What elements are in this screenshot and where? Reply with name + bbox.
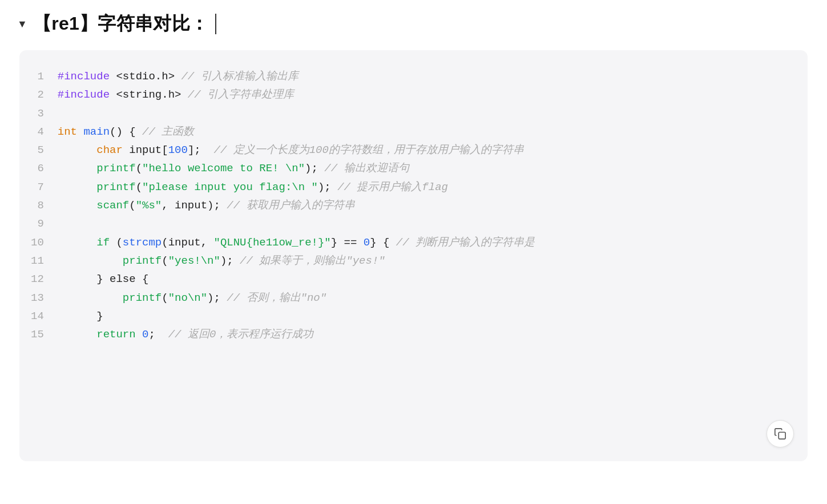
code-line-content: [58, 215, 796, 233]
code-token: // 定义一个长度为100的字符数组，用于存放用户输入的字符串: [214, 144, 524, 156]
code-token: "no\n": [168, 292, 207, 304]
svg-rect-0: [778, 432, 785, 439]
code-line-content: char input[100]; // 定义一个长度为100的字符数组，用于存放…: [58, 141, 796, 159]
table-row: 5 char input[100]; // 定义一个长度为100的字符数组，用于…: [31, 141, 796, 159]
code-token: // 主函数: [142, 126, 194, 138]
line-number: 1: [31, 67, 58, 86]
code-token: // 否则，输出"no": [227, 292, 326, 304]
table-row: 14 }: [31, 307, 796, 325]
code-token: // 引入字符串处理库: [188, 88, 294, 101]
code-token: } ==: [331, 236, 364, 249]
code-token: <stdio.h>: [110, 70, 181, 83]
code-token: () {: [110, 126, 142, 138]
code-token: // 如果等于，则输出"yes!": [240, 255, 385, 267]
line-number: 11: [31, 252, 58, 270]
code-line-content: [58, 104, 796, 123]
line-number: 8: [31, 196, 58, 215]
code-token: } {: [370, 236, 396, 249]
code-line-content: printf("hello welcome to RE! \n"); // 输出…: [58, 159, 796, 178]
code-line-content: #include <string.h> // 引入字符串处理库: [58, 86, 796, 104]
line-number: 6: [31, 159, 58, 178]
code-token: );: [318, 181, 337, 193]
code-token: int: [58, 126, 77, 138]
code-token: [136, 328, 142, 341]
title-cursor: [215, 14, 216, 34]
copy-button[interactable]: [767, 420, 794, 447]
collapse-arrow-icon[interactable]: ▼: [17, 18, 27, 30]
code-token: scanf: [96, 199, 129, 212]
code-token: // 返回0，表示程序运行成功: [168, 328, 314, 341]
code-line-content: printf("please input you flag:\n "); // …: [58, 178, 796, 196]
code-line-content: #include <stdio.h> // 引入标准输入输出库: [58, 67, 796, 86]
code-token: (: [162, 255, 168, 267]
code-line-content: }: [58, 307, 796, 325]
code-token: ];: [188, 144, 214, 156]
line-number: 4: [31, 123, 58, 141]
code-token: [58, 144, 96, 156]
table-row: 3: [31, 104, 796, 123]
code-block-wrapper: 1#include <stdio.h> // 引入标准输入输出库2#includ…: [19, 50, 808, 461]
table-row: 13 printf("no\n"); // 否则，输出"no": [31, 289, 796, 307]
code-token: ;: [148, 328, 168, 341]
table-row: 7 printf("please input you flag:\n "); /…: [31, 178, 796, 196]
code-token: (: [110, 236, 123, 249]
code-token: (: [129, 199, 135, 212]
table-row: 8 scanf("%s", input); // 获取用户输入的字符串: [31, 196, 796, 215]
line-number: 13: [31, 289, 58, 307]
code-token: main: [83, 126, 110, 138]
code-table: 1#include <stdio.h> // 引入标准输入输出库2#includ…: [31, 67, 796, 344]
line-number: 14: [31, 307, 58, 325]
code-line-content: return 0; // 返回0，表示程序运行成功: [58, 325, 796, 344]
code-token: }: [58, 310, 103, 322]
code-token: // 引入标准输入输出库: [181, 70, 298, 83]
table-row: 2#include <string.h> // 引入字符串处理库: [31, 86, 796, 104]
code-token: [58, 181, 96, 193]
code-line-content: if (strcmp(input, "QLNU{he11ow_re!}"} ==…: [58, 233, 796, 252]
code-token: );: [305, 162, 324, 175]
line-number: 10: [31, 233, 58, 252]
table-row: 10 if (strcmp(input, "QLNU{he11ow_re!}"}…: [31, 233, 796, 252]
code-token: }: [58, 273, 110, 285]
code-token: [58, 255, 123, 267]
code-token: #include: [58, 70, 110, 83]
line-number: 3: [31, 104, 58, 123]
code-token: "yes!\n": [168, 255, 220, 267]
code-line-content: scanf("%s", input); // 获取用户输入的字符串: [58, 196, 796, 215]
code-token: printf: [123, 255, 162, 267]
code-token: (: [162, 292, 168, 304]
page-title: 【re1】字符串对比：: [33, 11, 209, 37]
code-token: , input);: [162, 199, 227, 212]
code-token: [58, 162, 96, 175]
code-token: // 获取用户输入的字符串: [227, 199, 354, 212]
code-token: #include: [58, 88, 110, 101]
table-row: 6 printf("hello welcome to RE! \n"); // …: [31, 159, 796, 178]
code-token: (: [136, 162, 142, 175]
code-line-content: } else {: [58, 270, 796, 288]
code-token: [58, 236, 96, 249]
code-token: strcmp: [123, 236, 162, 249]
code-token: 100: [168, 144, 188, 156]
code-line-content: printf("no\n"); // 否则，输出"no": [58, 289, 796, 307]
code-token: // 判断用户输入的字符串是: [396, 236, 535, 249]
code-token: "%s": [136, 199, 162, 212]
code-token: "please input you flag:\n ": [142, 181, 318, 193]
code-token: if: [96, 236, 110, 249]
code-line-content: int main() { // 主函数: [58, 123, 796, 141]
code-token: printf: [123, 292, 162, 304]
code-token: "hello welcome to RE! \n": [142, 162, 305, 175]
code-token: [58, 328, 96, 341]
table-row: 1#include <stdio.h> // 引入标准输入输出库: [31, 67, 796, 86]
code-token: printf: [96, 162, 135, 175]
line-number: 12: [31, 270, 58, 288]
code-token: // 提示用户输入flag: [337, 181, 448, 193]
code-token: input[: [123, 144, 168, 156]
code-token: (: [136, 181, 142, 193]
line-number: 9: [31, 215, 58, 233]
code-token: return: [96, 328, 135, 341]
code-token: // 输出欢迎语句: [324, 162, 409, 175]
code-token: [58, 292, 123, 304]
code-token: char: [96, 144, 123, 156]
table-row: 15 return 0; // 返回0，表示程序运行成功: [31, 325, 796, 344]
code-token: 0: [142, 328, 148, 341]
code-token: <string.h>: [110, 88, 188, 101]
